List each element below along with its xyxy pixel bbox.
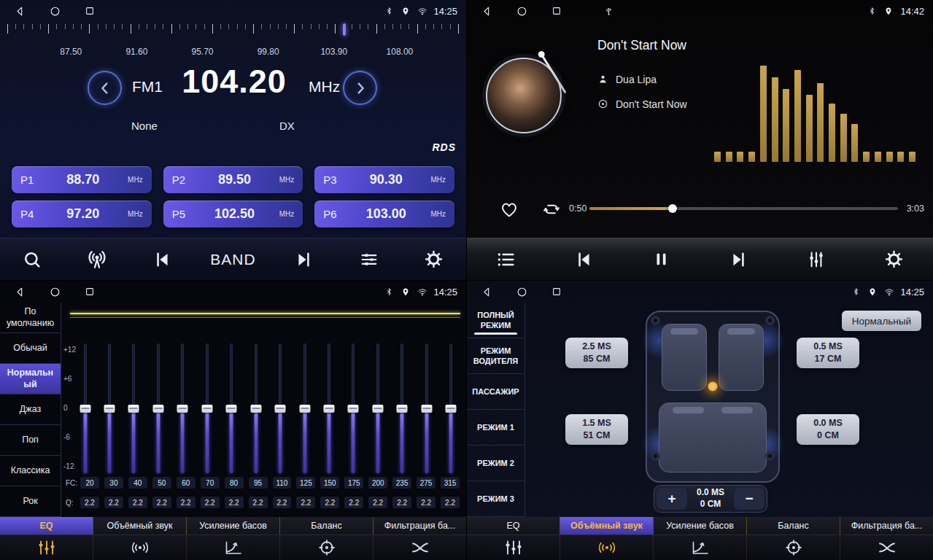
- recents-icon[interactable]: [551, 286, 563, 298]
- sound-profile-button[interactable]: Нормальный: [842, 311, 921, 331]
- eq-preset-item[interactable]: Классика: [0, 456, 61, 486]
- mixer-icon[interactable]: [800, 244, 833, 275]
- eq-band-slider[interactable]: [79, 343, 91, 473]
- surround-mode-item[interactable]: РЕЖИМ ВОДИТЕЛЯ: [467, 338, 524, 374]
- slider-knob[interactable]: [250, 405, 261, 413]
- preset-button-p2[interactable]: P289.50MHz: [163, 166, 303, 193]
- audio-tab-eq[interactable]: EQ: [467, 517, 560, 534]
- scan-icon[interactable]: [15, 244, 49, 275]
- slider-knob[interactable]: [372, 405, 383, 413]
- surround-mode-item[interactable]: РЕЖИМ 2: [467, 446, 524, 481]
- eq-preset-item[interactable]: Джаз: [0, 394, 61, 425]
- favorite-icon[interactable]: [499, 198, 519, 219]
- back-icon[interactable]: [15, 5, 26, 17]
- surround-mode-item[interactable]: РЕЖИМ 3: [467, 481, 524, 517]
- tune-up-button[interactable]: [343, 71, 377, 105]
- playlist-icon[interactable]: [489, 244, 522, 275]
- audio-tab-balance[interactable]: Баланс: [747, 517, 840, 534]
- slider-knob[interactable]: [201, 405, 212, 413]
- eq-band-slider[interactable]: [201, 343, 213, 473]
- slider-knob[interactable]: [397, 405, 408, 413]
- frequency-scale[interactable]: 87.5091.6095.7099.80103.90108.00: [7, 24, 459, 61]
- listening-position-dot[interactable]: [708, 382, 718, 392]
- home-icon[interactable]: [516, 286, 528, 298]
- tune-down-button[interactable]: [88, 71, 122, 105]
- decrease-delay-button[interactable]: −: [734, 488, 764, 510]
- audio-tab-eq[interactable]: EQ: [0, 517, 93, 534]
- surround-mode-item[interactable]: РЕЖИМ 1: [467, 410, 524, 446]
- slider-knob[interactable]: [128, 405, 139, 413]
- eq-band-slider[interactable]: [274, 343, 287, 473]
- slider-knob[interactable]: [299, 405, 310, 413]
- bass-boost-icon[interactable]: [654, 535, 747, 560]
- preset-button-p4[interactable]: P497.20MHz: [12, 201, 152, 228]
- delay-front-right-button[interactable]: 0.5 MS 17 CM: [797, 338, 859, 368]
- eq-preset-item[interactable]: Обычай: [0, 333, 61, 364]
- slider-knob[interactable]: [324, 405, 335, 413]
- repeat-icon[interactable]: [542, 200, 561, 219]
- preset-button-p3[interactable]: P390.30MHz: [314, 166, 454, 193]
- progress-thumb[interactable]: [668, 204, 677, 213]
- settings-gear-icon[interactable]: [417, 244, 450, 275]
- back-icon[interactable]: [481, 5, 493, 17]
- eq-faders-icon[interactable]: [0, 535, 93, 560]
- audio-tab-balance[interactable]: Баланс: [280, 517, 373, 534]
- preset-button-p1[interactable]: P188.70MHz: [12, 166, 152, 193]
- slider-knob[interactable]: [104, 405, 115, 413]
- eq-preset-item[interactable]: Нормальный: [0, 364, 61, 394]
- home-icon[interactable]: [516, 5, 528, 17]
- pause-icon[interactable]: [644, 244, 678, 275]
- increase-delay-button[interactable]: +: [657, 488, 687, 510]
- preset-button-p5[interactable]: P5102.50MHz: [163, 201, 303, 228]
- recents-icon[interactable]: [551, 5, 563, 17]
- audio-tab-bass-boost[interactable]: Усиление басов: [654, 517, 747, 534]
- audio-tab-surround-sound[interactable]: Объёмный звук: [93, 517, 187, 534]
- eq-band-slider[interactable]: [249, 343, 262, 473]
- slider-knob[interactable]: [80, 405, 90, 413]
- eq-band-slider[interactable]: [225, 343, 238, 473]
- eq-band-slider[interactable]: [445, 343, 457, 473]
- eq-band-slider[interactable]: [177, 343, 189, 473]
- bass-boost-icon[interactable]: [187, 535, 280, 560]
- eq-band-slider[interactable]: [103, 343, 115, 473]
- eq-preset-item[interactable]: Поп: [0, 425, 61, 456]
- delay-rear-left-button[interactable]: 1.5 MS 51 CM: [565, 414, 628, 445]
- eq-settings-icon[interactable]: [352, 244, 386, 275]
- balance-icon[interactable]: [280, 535, 373, 560]
- back-icon[interactable]: [15, 286, 26, 298]
- audio-tab-filter[interactable]: Фильтрация ба...: [840, 517, 933, 534]
- eq-preset-item[interactable]: Рок: [0, 486, 61, 517]
- next-station-icon[interactable]: [287, 244, 321, 275]
- eq-band-slider[interactable]: [298, 343, 311, 473]
- crossover-filter-icon[interactable]: [840, 535, 933, 560]
- home-icon[interactable]: [50, 286, 61, 298]
- surround-mode-item[interactable]: ПОЛНЫЙ РЕЖИМ: [467, 303, 524, 338]
- slider-knob[interactable]: [226, 405, 237, 413]
- crossover-filter-icon[interactable]: [373, 535, 466, 560]
- next-track-icon[interactable]: [722, 244, 756, 275]
- band-button[interactable]: BAND: [210, 244, 255, 275]
- eq-band-slider[interactable]: [323, 343, 336, 473]
- broadcast-icon[interactable]: [80, 244, 114, 275]
- eq-band-slider[interactable]: [396, 343, 409, 473]
- slider-knob[interactable]: [177, 405, 188, 413]
- eq-band-slider[interactable]: [152, 343, 164, 473]
- surround-speaker-icon[interactable]: [560, 535, 654, 560]
- eq-band-slider[interactable]: [347, 343, 360, 473]
- slider-knob[interactable]: [275, 405, 286, 413]
- eq-preset-item[interactable]: По умолчанию: [0, 303, 61, 333]
- home-icon[interactable]: [50, 5, 61, 17]
- slider-knob[interactable]: [348, 405, 359, 413]
- previous-track-icon[interactable]: [567, 244, 600, 275]
- slider-knob[interactable]: [446, 405, 457, 413]
- balance-icon[interactable]: [747, 535, 840, 560]
- back-icon[interactable]: [481, 286, 493, 298]
- slider-knob[interactable]: [421, 405, 432, 413]
- audio-tab-surround-sound[interactable]: Объёмный звук: [560, 517, 654, 534]
- preset-button-p6[interactable]: P6103.00MHz: [314, 201, 454, 228]
- surround-mode-item[interactable]: ПАССАЖИР: [467, 374, 524, 410]
- recents-icon[interactable]: [85, 286, 96, 298]
- eq-band-slider[interactable]: [420, 343, 433, 473]
- surround-speaker-icon[interactable]: [93, 535, 187, 560]
- audio-tab-bass-boost[interactable]: Усиление басов: [187, 517, 280, 534]
